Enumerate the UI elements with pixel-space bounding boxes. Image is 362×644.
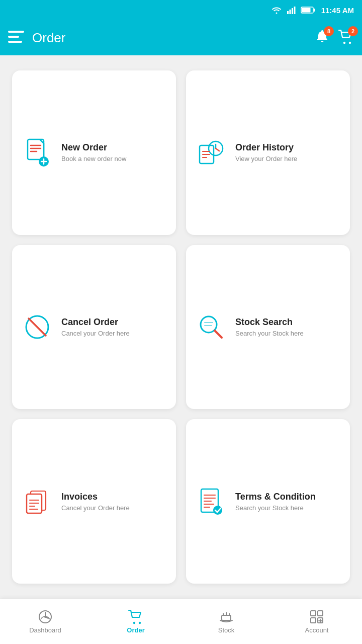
notification-button[interactable]: 8 (315, 29, 330, 46)
stock-search-subtitle: Search your Stock here (235, 330, 304, 337)
order-cart-icon (128, 609, 144, 624)
svg-rect-2 (292, 8, 293, 14)
terms-card[interactable]: Terms & Condition Search your Stock here (186, 419, 350, 584)
svg-point-48 (139, 622, 141, 624)
svg-rect-55 (311, 618, 316, 623)
status-bar: 11:45 AM (0, 0, 362, 20)
invoices-icon (22, 487, 52, 517)
cancel-order-icon (22, 312, 52, 342)
stock-search-text: Stock Search Search your Stock here (235, 317, 304, 337)
nav-stock-label: Stock (218, 626, 235, 634)
new-order-card[interactable]: New Order Book a new order now (12, 70, 176, 235)
terms-icon (196, 487, 226, 517)
new-order-title: New Order (61, 142, 126, 153)
account-icon (309, 609, 324, 624)
order-history-subtitle: View your Order here (235, 155, 297, 163)
cancel-order-title: Cancel Order (61, 317, 130, 328)
status-time: 11:45 AM (321, 6, 354, 15)
order-history-icon (196, 137, 226, 168)
stock-search-title: Stock Search (235, 317, 304, 328)
svg-line-29 (215, 331, 222, 338)
cancel-order-card[interactable]: Cancel Order Cancel your Order here (12, 245, 176, 410)
svg-rect-3 (294, 7, 295, 14)
svg-point-44 (213, 506, 222, 515)
svg-line-27 (29, 318, 46, 336)
svg-rect-9 (8, 41, 22, 43)
svg-rect-8 (8, 36, 19, 38)
cart-button[interactable]: 2 (338, 29, 354, 46)
header-right: 8 2 (315, 29, 354, 46)
battery-icon (301, 7, 315, 14)
invoices-card[interactable]: Invoices Cancel your Order here (12, 419, 176, 584)
svg-rect-49 (222, 615, 231, 620)
invoices-title: Invoices (61, 492, 130, 502)
nav-item-order[interactable]: Order (90, 609, 181, 634)
notification-badge: 8 (324, 26, 334, 36)
stock-search-card[interactable]: Stock Search Search your Stock here (186, 245, 350, 410)
new-order-text: New Order Book a new order now (61, 142, 126, 163)
invoices-text: Invoices Cancel your Order here (61, 492, 130, 512)
signal-icon (287, 6, 296, 14)
nav-item-stock[interactable]: Stock (181, 609, 272, 634)
nav-item-dashboard[interactable]: Dashboard (0, 609, 90, 634)
status-icons (271, 6, 315, 14)
new-order-subtitle: Book a new order now (61, 155, 126, 163)
main-content: New Order Book a new order now Order His… (0, 55, 362, 599)
svg-point-11 (349, 42, 351, 44)
header-title: Order (32, 30, 65, 46)
nav-order-label: Order (127, 626, 144, 634)
svg-rect-7 (8, 31, 24, 33)
svg-rect-1 (289, 10, 291, 14)
stock-icon (219, 609, 234, 624)
nav-item-account[interactable]: Account (272, 609, 362, 634)
order-history-text: Order History View your Order here (235, 142, 297, 163)
invoices-subtitle: Cancel your Order here (61, 504, 130, 512)
stock-search-icon (196, 312, 226, 342)
svg-rect-12 (28, 139, 44, 159)
new-order-icon (22, 137, 52, 168)
svg-rect-5 (313, 9, 315, 12)
nav-account-label: Account (305, 626, 329, 634)
bottom-nav: Dashboard Order Stock (0, 599, 362, 644)
terms-title: Terms & Condition (235, 492, 316, 502)
order-history-card[interactable]: Order History View your Order here (186, 70, 350, 235)
wifi-icon (271, 6, 282, 14)
nav-dashboard-label: Dashboard (29, 626, 61, 634)
header-left: Order (8, 30, 65, 46)
terms-subtitle: Search your Stock here (235, 504, 316, 512)
cart-badge: 2 (348, 26, 358, 36)
order-history-title: Order History (235, 142, 297, 153)
svg-point-10 (343, 42, 345, 44)
terms-text: Terms & Condition Search your Stock here (235, 492, 316, 512)
cancel-order-subtitle: Cancel your Order here (61, 330, 130, 337)
menu-icon[interactable] (8, 31, 24, 45)
svg-point-47 (133, 622, 135, 624)
svg-rect-53 (311, 611, 316, 616)
dashboard-icon (38, 609, 53, 624)
app-header: Order 8 2 (0, 20, 362, 55)
svg-rect-0 (287, 11, 289, 14)
svg-rect-6 (302, 8, 310, 13)
svg-line-21 (216, 148, 219, 151)
cancel-order-text: Cancel Order Cancel your Order here (61, 317, 130, 337)
svg-rect-54 (318, 611, 323, 616)
